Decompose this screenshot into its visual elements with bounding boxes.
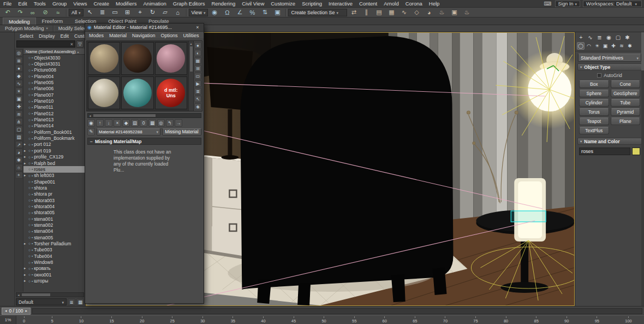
visibility-dot-icon[interactable] bbox=[28, 130, 31, 134]
display-frozen-icon[interactable]: ✱ bbox=[15, 156, 23, 163]
search-input[interactable] bbox=[17, 41, 69, 47]
scene-explorer-row[interactable]: port 019 bbox=[23, 148, 85, 154]
expand-arrow-icon[interactable] bbox=[24, 142, 27, 146]
shapes-icon[interactable]: ◠ bbox=[585, 42, 593, 50]
scene-explorer-row[interactable]: Plane006 bbox=[23, 86, 85, 92]
display-hierarchy-icon[interactable]: ≣ bbox=[15, 57, 23, 64]
scrollbar-thumb[interactable] bbox=[22, 293, 50, 296]
visibility-dot-icon[interactable] bbox=[28, 74, 31, 78]
display-bones-icon[interactable]: ⋔ bbox=[15, 118, 23, 125]
visibility-dot-icon[interactable] bbox=[28, 204, 31, 208]
clear-search-icon[interactable] bbox=[69, 42, 75, 47]
scrollbar-thumb[interactable] bbox=[641, 32, 644, 70]
helpers-icon[interactable]: ✚ bbox=[610, 42, 617, 50]
display-lights-icon[interactable]: ☀ bbox=[15, 87, 23, 95]
select-and-scale-icon[interactable]: ▱ bbox=[159, 8, 171, 17]
expand-arrow-icon[interactable] bbox=[24, 161, 27, 166]
slot-wicker-tan[interactable] bbox=[88, 42, 120, 75]
scene-explorer-row[interactable]: Plane014 bbox=[23, 123, 85, 129]
scene-explorer-row[interactable]: Poliform_Bookmark bbox=[23, 135, 85, 141]
ribbon-toggle-icon[interactable]: ▦ bbox=[385, 8, 397, 17]
missing-material-rollout-header[interactable]: Missing Material/Map bbox=[87, 138, 201, 145]
armchair[interactable] bbox=[240, 36, 453, 305]
show-end-result-icon[interactable]: ◎ bbox=[157, 119, 165, 127]
visibility-dot-icon[interactable] bbox=[28, 174, 31, 178]
snaps-toggle-icon[interactable]: Ω bbox=[221, 8, 233, 17]
scroll-up-icon[interactable]: ▴ bbox=[189, 42, 193, 45]
menubar-item[interactable]: Scripting bbox=[299, 1, 325, 7]
scene-explorer-row[interactable]: Plane005 bbox=[23, 79, 85, 85]
scene-explorer-row[interactable]: port 012 bbox=[23, 142, 85, 148]
scene-explorer-row[interactable]: Plane007 bbox=[23, 92, 85, 98]
display-objects-icon[interactable]: ● bbox=[15, 64, 23, 72]
show-map-in-viewport-icon[interactable]: ▦ bbox=[148, 119, 156, 127]
visibility-dot-icon[interactable] bbox=[28, 93, 31, 97]
visibility-dot-icon[interactable] bbox=[28, 87, 31, 91]
material-editor-menu[interactable]: Options bbox=[158, 33, 181, 38]
workspaces-dropdown[interactable]: Workspaces: Default bbox=[583, 1, 642, 7]
visibility-dot-icon[interactable] bbox=[28, 273, 31, 276]
scroll-left-icon[interactable]: ◂ bbox=[16, 293, 21, 297]
expand-arrow-icon[interactable] bbox=[24, 241, 27, 246]
scene-explorer-row[interactable]: shtora005 bbox=[23, 210, 85, 216]
visibility-dot-icon[interactable] bbox=[28, 56, 31, 60]
scene-explorer-menu[interactable]: Customize bbox=[71, 33, 85, 39]
object-name-field[interactable] bbox=[579, 148, 630, 155]
visibility-dot-icon[interactable] bbox=[28, 118, 31, 122]
scene-explorer-row[interactable]: shtora004 bbox=[23, 203, 85, 209]
close-icon[interactable] bbox=[194, 25, 201, 30]
primitive-button[interactable]: Teapot bbox=[579, 117, 609, 125]
unlink-selection-icon[interactable]: ⊘ bbox=[39, 8, 51, 17]
visibility-dot-icon[interactable] bbox=[28, 261, 31, 264]
modify-tab-icon[interactable]: ∿ bbox=[586, 33, 594, 41]
reference-coordinate-dropdown[interactable]: View bbox=[189, 9, 208, 16]
pin-explorer-icon[interactable]: ⌖ bbox=[15, 172, 23, 179]
material-editor-icon[interactable]: ◕ bbox=[423, 8, 435, 17]
visibility-dot-icon[interactable] bbox=[28, 149, 31, 152]
selection-filter-dropdown[interactable]: All bbox=[69, 9, 84, 16]
scene-explorer-row[interactable]: Torsher Palladium bbox=[23, 240, 85, 246]
menubar-item[interactable]: Views bbox=[70, 1, 90, 7]
scene-explorer-row[interactable]: Tube004 bbox=[23, 253, 85, 259]
menubar-item[interactable]: Create bbox=[90, 1, 112, 7]
visibility-dot-icon[interactable] bbox=[28, 248, 31, 252]
sample-uv-tiling-icon[interactable]: ⊞ bbox=[194, 65, 201, 72]
visibility-dot-icon[interactable] bbox=[28, 155, 31, 159]
time-slider-track[interactable] bbox=[32, 308, 642, 314]
primitive-button[interactable]: Pyramid bbox=[611, 108, 641, 116]
bind-to-spacewarp-icon[interactable]: ≈ bbox=[52, 8, 64, 17]
percent-snap-icon[interactable]: % bbox=[246, 8, 258, 17]
scene-explorer-row[interactable]: stena004 bbox=[23, 228, 85, 234]
create-tab-icon[interactable]: + bbox=[577, 33, 585, 41]
display-helpers-icon[interactable]: ✚ bbox=[15, 103, 23, 110]
visibility-dot-icon[interactable] bbox=[28, 143, 31, 146]
floor-lamp[interactable] bbox=[514, 178, 546, 241]
menubar-item[interactable]: Rendering bbox=[208, 1, 238, 7]
material-editor-menu[interactable]: Navigation bbox=[129, 33, 158, 38]
menubar-item[interactable]: Customize bbox=[267, 1, 299, 7]
put-material-to-scene-icon[interactable]: ↑ bbox=[96, 119, 104, 127]
go-forward-sibling-icon[interactable]: → bbox=[175, 119, 182, 127]
scene-explorer-row[interactable]: Plane012 bbox=[23, 110, 85, 116]
display-cameras-icon[interactable]: ▣ bbox=[15, 95, 23, 102]
scrollbar-thumb[interactable] bbox=[190, 46, 193, 72]
previous-frame-icon[interactable] bbox=[5, 309, 7, 313]
systems-icon[interactable]: ✱ bbox=[626, 42, 634, 50]
scrollbar-thumb[interactable] bbox=[93, 114, 156, 117]
slot-missing-red[interactable]: d mtl: Uns bbox=[155, 76, 187, 109]
primitive-button[interactable]: Box bbox=[579, 80, 609, 88]
material-id-channel-icon[interactable]: 0 bbox=[140, 119, 147, 127]
render-setup-icon[interactable]: ♨ bbox=[436, 8, 448, 17]
menubar-item[interactable]: Civil View bbox=[238, 1, 267, 7]
visibility-dot-icon[interactable] bbox=[28, 267, 31, 270]
reset-map-icon[interactable]: × bbox=[114, 119, 121, 127]
scroll-left-icon[interactable]: ◂ bbox=[88, 114, 92, 117]
curve-editor-icon[interactable]: ∿ bbox=[398, 8, 410, 17]
scene-explorer-row[interactable]: Poliform_Book001 bbox=[23, 129, 85, 135]
visibility-dot-icon[interactable] bbox=[28, 211, 31, 215]
explorer-display-icon[interactable]: ▦ bbox=[76, 298, 84, 305]
visibility-dot-icon[interactable] bbox=[28, 235, 31, 239]
scene-explorer-row[interactable]: Plane011 bbox=[23, 104, 85, 110]
menubar-item[interactable]: Modifiers bbox=[112, 1, 140, 7]
scene-explorer-row[interactable]: roses bbox=[23, 166, 85, 172]
